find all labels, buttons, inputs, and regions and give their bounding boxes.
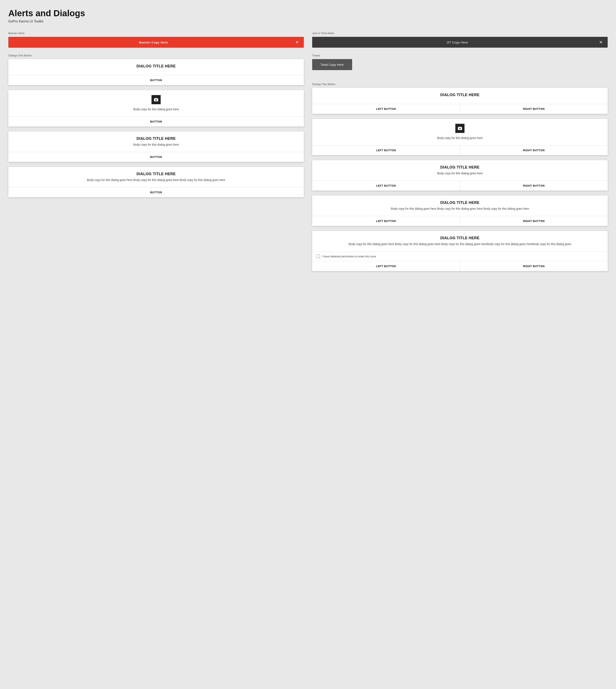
dialog-copy-2: Body copy for this dialog goes here xyxy=(13,107,300,111)
right-dialog-left-button-2[interactable]: LEFT BUTTON xyxy=(312,146,460,155)
dialog-button-2[interactable]: BUTTON xyxy=(8,117,304,127)
right-dialog-copy-3: Body copy for this dialog goes here xyxy=(316,171,603,176)
right-dialog-right-button-2[interactable]: RIGHT BUTTON xyxy=(460,146,608,155)
right-dialog-left-button-3[interactable]: LEFT BUTTON xyxy=(312,181,460,191)
dialog-title-4: DIALOG TITLE HERE xyxy=(13,172,300,176)
banner-close-button[interactable]: ✕ xyxy=(294,40,300,44)
svg-rect-5 xyxy=(459,127,461,127)
dialog-body-1: DIALOG TITLE HERE xyxy=(8,59,304,75)
right-dialog-left-button-1[interactable]: LEFT BUTTON xyxy=(312,104,460,114)
svg-point-4 xyxy=(459,128,461,129)
camera-icon-1 xyxy=(152,95,161,104)
dialog-button-4[interactable]: BUTTON xyxy=(8,187,304,197)
dialog-card-3: DIALOG TITLE HERE Body copy for this dia… xyxy=(8,132,304,162)
right-dialog-right-button-4[interactable]: RIGHT BUTTON xyxy=(460,216,608,226)
dialog-button-1[interactable]: BUTTON xyxy=(8,75,304,85)
dialog-btn-row-2: BUTTON xyxy=(8,117,304,127)
right-dialog-btn-row-4: LEFT BUTTON RIGHT BUTTON xyxy=(312,216,608,226)
banner-alert-text: Banner Copy Here xyxy=(13,41,294,44)
right-dialog-card-2: Body copy for this dialog goes here LEFT… xyxy=(312,119,608,155)
right-dialog-body-5: DIALOG TITLE HERE Body copy for this dia… xyxy=(312,231,608,251)
right-dialog-body-2: Body copy for this dialog goes here xyxy=(312,119,608,145)
left-column: Banner Alerts Banner Copy Here ✕ Dialogs… xyxy=(8,31,304,202)
jit-alert: JIT Copy Here ✕ xyxy=(312,37,608,48)
right-dialog-card-4: DIALOG TITLE HERE Body copy for this dia… xyxy=(312,196,608,226)
dialog-btn-row-3: BUTTON xyxy=(8,152,304,162)
dialog-body-3: DIALOG TITLE HERE Body copy for this dia… xyxy=(8,132,304,152)
svg-point-1 xyxy=(155,99,157,101)
right-dialog-title-1: DIALOG TITLE HERE xyxy=(316,93,603,97)
right-dialog-title-4: DIALOG TITLE HERE xyxy=(316,201,603,205)
right-dialog-body-1: DIALOG TITLE HERE xyxy=(312,88,608,104)
right-dialog-copy-2: Body copy for this dialog goes here xyxy=(316,136,603,140)
right-dialog-left-button-5[interactable]: LEFT BUTTON xyxy=(312,261,460,271)
right-dialog-copy-4: Body copy for this dialog goes here Body… xyxy=(316,206,603,211)
dialog-btn-row-1: BUTTON xyxy=(8,75,304,85)
toasts-label: Toasts xyxy=(312,54,608,57)
banner-alerts-label: Banner Alerts xyxy=(8,31,304,35)
right-dialog-right-button-5[interactable]: RIGHT BUTTON xyxy=(460,261,608,271)
dialog-title-1: DIALOG TITLE HERE xyxy=(13,64,300,68)
permission-checkbox[interactable] xyxy=(316,254,320,258)
right-dialog-body-3: DIALOG TITLE HERE Body copy for this dia… xyxy=(312,160,608,181)
right-dialog-title-5: DIALOG TITLE HERE xyxy=(316,236,603,240)
right-column: Just In Time Alerts JIT Copy Here ✕ Toas… xyxy=(312,31,608,276)
dialog-card-4: DIALOG TITLE HERE Body copy for this dia… xyxy=(8,167,304,197)
jit-alerts-label: Just In Time Alerts xyxy=(312,31,608,35)
right-dialog-copy-5: Body copy for this dialog goes here Body… xyxy=(316,242,603,246)
right-dialog-card-5: DIALOG TITLE HERE Body copy for this dia… xyxy=(312,231,608,271)
permission-checkbox-label: I have obtained permission to enter this… xyxy=(322,255,376,258)
toast: Toast Copy Here xyxy=(312,59,352,70)
dialog-btn-row-4: BUTTON xyxy=(8,187,304,197)
right-dialog-btn-row-5: LEFT BUTTON RIGHT BUTTON xyxy=(312,261,608,271)
right-dialog-right-button-3[interactable]: RIGHT BUTTON xyxy=(460,181,608,191)
right-dialog-left-button-4[interactable]: LEFT BUTTON xyxy=(312,216,460,226)
right-dialog-btn-row-2: LEFT BUTTON RIGHT BUTTON xyxy=(312,146,608,155)
right-dialog-card-3: DIALOG TITLE HERE Body copy for this dia… xyxy=(312,160,608,191)
page-title: Alerts and Dialogs xyxy=(8,8,608,18)
page-subtitle: GoPro Karma UI Toolkit xyxy=(8,20,608,23)
checkbox-row: I have obtained permission to enter this… xyxy=(312,251,608,261)
dialog-body-4: DIALOG TITLE HERE Body copy for this dia… xyxy=(8,167,304,187)
dialogs-one-button-label: Dialogs One Button xyxy=(8,54,304,57)
dialog-copy-3: Body copy for this dialog goes here xyxy=(13,142,300,147)
dialog-card-1: DIALOG TITLE HERE BUTTON xyxy=(8,59,304,85)
banner-alert: Banner Copy Here ✕ xyxy=(8,37,304,48)
right-dialog-body-4: DIALOG TITLE HERE Body copy for this dia… xyxy=(312,196,608,216)
right-dialog-right-button-1[interactable]: RIGHT BUTTON xyxy=(460,104,608,114)
camera-icon-2 xyxy=(455,124,464,133)
svg-rect-2 xyxy=(155,98,157,98)
right-dialog-title-3: DIALOG TITLE HERE xyxy=(316,165,603,170)
jit-alert-text: JIT Copy Here xyxy=(316,41,598,44)
jit-close-button[interactable]: ✕ xyxy=(598,40,603,44)
dialog-copy-4: Body copy for this dialog goes here Body… xyxy=(13,178,300,182)
right-dialog-btn-row-1: LEFT BUTTON RIGHT BUTTON xyxy=(312,104,608,114)
right-dialog-card-1: DIALOG TITLE HERE LEFT BUTTON RIGHT BUTT… xyxy=(312,88,608,114)
dialog-button-3[interactable]: BUTTON xyxy=(8,152,304,162)
dialogs-two-button-label: Dialogs Two Button xyxy=(312,83,608,86)
dialog-body-2: Body copy for this dialog goes here xyxy=(8,90,304,116)
right-dialog-btn-row-3: LEFT BUTTON RIGHT BUTTON xyxy=(312,181,608,191)
dialog-title-3: DIALOG TITLE HERE xyxy=(13,136,300,141)
dialog-card-2: Body copy for this dialog goes here BUTT… xyxy=(8,90,304,127)
